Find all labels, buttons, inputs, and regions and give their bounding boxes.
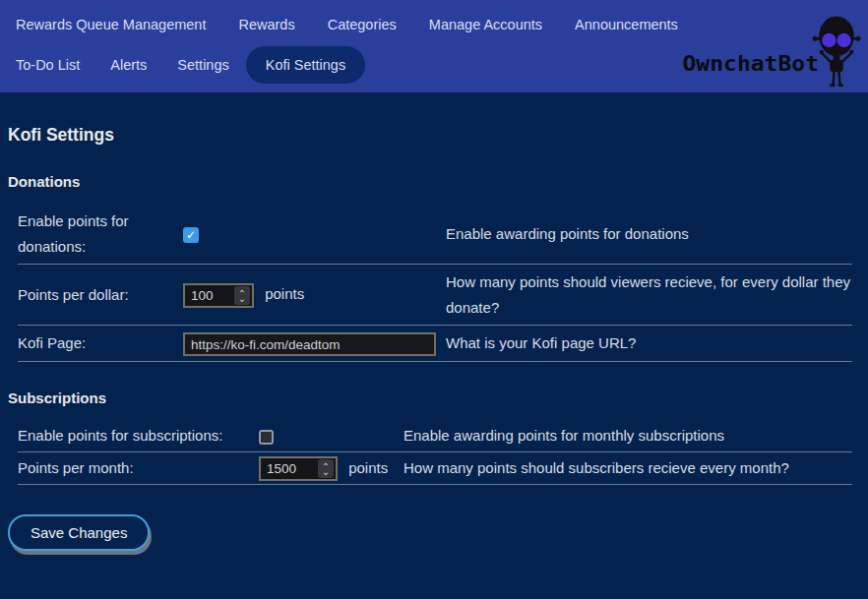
number-spinner[interactable]: ⌃ ⌄ [318,459,334,478]
points-per-month-input-box: ⌃ ⌄ [259,456,338,481]
spinner-down-icon[interactable]: ⌄ [322,469,330,475]
points-suffix-label: points [348,459,388,476]
nav-item-kofi-settings[interactable]: Kofi Settings [246,46,365,84]
subscriptions-section-heading: Subscriptions [8,389,852,406]
enable-subscriptions-checkbox[interactable] [259,430,274,445]
save-changes-button[interactable]: Save Changes [8,514,150,551]
setting-label: Points per dollar: [18,265,183,326]
setting-description: How many points should viewers recieve, … [446,265,852,326]
points-per-dollar-input-box: ⌃ ⌄ [183,283,254,308]
logo-wordmark: OwnchatBot [683,51,819,76]
donations-section-heading: Donations [8,173,852,190]
table-row: Kofi Page: What is your Kofi page URL? [18,326,852,362]
subscriptions-settings-table: Enable points for subscriptions: Enable … [18,420,852,485]
setting-label: Kofi Page: [18,326,183,362]
setting-description: Enable awarding points for donations [446,204,852,265]
number-spinner[interactable]: ⌃ ⌄ [234,286,250,305]
nav-item-rewards-queue-management[interactable]: Rewards Queue Management [16,17,206,32]
checkmark-icon: ✓ [186,228,196,242]
setting-label: Points per month: [18,451,259,485]
nav-item-announcements[interactable]: Announcements [575,17,678,32]
points-per-dollar-input[interactable] [185,288,232,303]
points-per-month-input[interactable] [261,461,316,476]
nav-item-todo-list[interactable]: To-Do List [16,57,80,73]
kofi-page-url-input[interactable] [183,332,436,356]
setting-description: Enable awarding points for monthly subsc… [403,420,852,451]
nav-item-alerts[interactable]: Alerts [110,57,147,73]
table-row: Enable points for subscriptions: Enable … [18,420,852,451]
table-row: Points per dollar: ⌃ ⌄ points How many p… [18,265,852,326]
setting-label: Enable points for subscriptions: [18,420,259,451]
donations-settings-table: Enable points for donations: ✓ Enable aw… [18,204,852,362]
setting-label: Enable points for donations: [18,204,183,265]
table-row: Points per month: ⌃ ⌄ points How many po… [18,451,852,485]
table-row: Enable points for donations: ✓ Enable aw… [18,204,852,265]
nav-item-categories[interactable]: Categories [328,17,397,32]
setting-description: What is your Kofi page URL? [446,326,852,362]
setting-description: How many points should subscribers recie… [403,451,852,485]
ownchatbot-logo: OwnchatBot [683,12,862,89]
spinner-down-icon[interactable]: ⌄ [238,296,246,302]
nav-item-settings[interactable]: Settings [177,57,228,73]
kofi-settings-page: Kofi Settings Donations Enable points fo… [0,125,868,551]
nav-item-rewards[interactable]: Rewards [238,17,294,32]
nav-item-manage-accounts[interactable]: Manage Accounts [429,17,542,32]
points-suffix-label: points [265,285,304,302]
top-nav: Rewards Queue Management Rewards Categor… [0,0,868,95]
page-title: Kofi Settings [8,125,852,146]
enable-donations-checkbox[interactable]: ✓ [183,227,199,243]
